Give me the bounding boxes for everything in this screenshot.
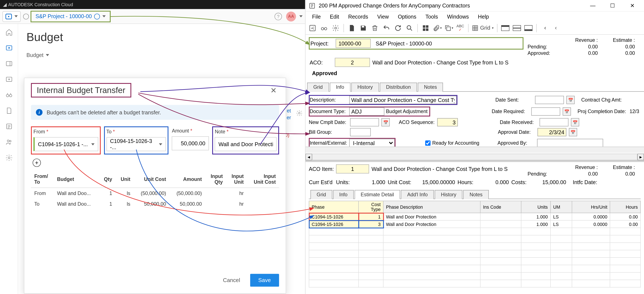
new-icon[interactable]	[347, 23, 356, 33]
grid-view-button[interactable]: Grid ▾	[472, 23, 494, 33]
tab-info[interactable]: Info	[330, 83, 350, 92]
tab-distribution[interactable]: Distribution	[380, 83, 417, 92]
chevron-down-icon[interactable]	[300, 15, 302, 18]
est-header[interactable]: Phase Description	[383, 201, 480, 213]
window-title: 200 PM Approved Change Orders for AnyCom…	[319, 3, 581, 9]
daterec-input[interactable]	[540, 118, 568, 127]
gear-icon[interactable]	[331, 23, 340, 33]
calendar-icon[interactable]: 📅	[571, 118, 579, 127]
members-icon[interactable]	[5, 138, 13, 146]
menu-file[interactable]: File	[308, 13, 325, 21]
app-switcher[interactable]	[2, 11, 21, 22]
menu-edit[interactable]: Edit	[326, 13, 343, 21]
trash-icon[interactable]	[370, 23, 380, 33]
scrollbar-horizontal[interactable]	[312, 154, 638, 160]
avatar[interactable]: AA	[286, 11, 296, 21]
copy-icon[interactable]: ▾	[444, 23, 453, 33]
datereq-input[interactable]	[532, 107, 560, 116]
calendar-icon[interactable]: 📅	[569, 128, 577, 136]
search-icon[interactable]	[405, 23, 414, 33]
budget-icon[interactable]	[5, 44, 13, 52]
menu-view[interactable]: View	[373, 13, 393, 21]
refresh-icon[interactable]	[394, 23, 402, 33]
tab-grid[interactable]: Grid	[310, 190, 332, 199]
close-icon[interactable]: ✕	[270, 86, 276, 95]
est-header[interactable]: UM	[550, 201, 572, 213]
scroll-right-button[interactable]: ►	[638, 154, 644, 160]
est-header[interactable]: Hrs/Unit	[572, 201, 610, 213]
tab-notes[interactable]: Notes	[464, 190, 489, 199]
grid-style-icon[interactable]	[421, 23, 430, 33]
est-row[interactable]: C1094-15-10263Wall and Door Protection1.…	[309, 220, 640, 228]
doc-icon[interactable]	[5, 106, 13, 115]
menu-options[interactable]: Options	[394, 13, 420, 21]
list-icon[interactable]	[5, 122, 13, 131]
spellcheck-icon[interactable]: ABC✓	[456, 23, 465, 33]
import-icon[interactable]	[5, 75, 13, 83]
tab-info[interactable]: Info	[333, 190, 354, 199]
calendar-icon[interactable]: 📅	[382, 118, 390, 127]
acoseq-input[interactable]	[437, 118, 458, 127]
close-button[interactable]: ✕	[624, 1, 640, 11]
est-row[interactable]: C1094-15-10261Wall and Door Protection1.…	[309, 213, 640, 220]
acoitem-box[interactable]: 1	[336, 164, 369, 173]
est-header[interactable]: Hours	[610, 201, 640, 213]
aco-num-box[interactable]: 2	[335, 58, 370, 67]
attachment-icon[interactable]: ▾	[433, 23, 442, 33]
project-selector[interactable]: S&P Project - 10000-00	[30, 11, 111, 22]
project-num-box[interactable]: 10000-00	[336, 39, 371, 48]
splitter[interactable]	[306, 160, 644, 162]
approvedby-input[interactable]	[537, 139, 603, 147]
settings-icon[interactable]	[5, 154, 13, 162]
calendar-icon[interactable]: 📅	[563, 107, 571, 116]
panel2-icon[interactable]	[512, 23, 522, 33]
help-icon[interactable]: ?	[274, 13, 282, 20]
est-header[interactable]: Phase	[309, 201, 358, 213]
binoculars-icon[interactable]	[320, 23, 328, 33]
undo-icon[interactable]	[382, 23, 391, 33]
back-icon[interactable]: ‹	[552, 23, 560, 33]
billgroup-input[interactable]	[350, 128, 371, 136]
calendar-icon[interactable]: 📅	[566, 96, 575, 104]
panel1-icon[interactable]	[500, 23, 510, 33]
to-select[interactable]: C1094-15-1026-3 -...	[106, 137, 166, 151]
home-icon[interactable]	[5, 28, 13, 37]
save-button[interactable]: Save	[250, 274, 279, 287]
ready-checkbox[interactable]: Ready for Accounting	[425, 140, 479, 146]
tab-grid[interactable]: Grid	[307, 83, 329, 92]
approvaldate-input[interactable]	[538, 128, 566, 136]
est-header[interactable]: Ins Code	[480, 201, 521, 213]
tab-estimatedetail[interactable]: Estimate Detail	[354, 190, 400, 199]
doctype-input[interactable]	[349, 107, 384, 116]
amount-input[interactable]	[172, 136, 209, 150]
note-input[interactable]	[215, 137, 276, 151]
tab-notes[interactable]: Notes	[418, 83, 443, 92]
binoculars-icon[interactable]	[5, 91, 13, 99]
menu-help[interactable]: Help	[474, 13, 493, 21]
est-header[interactable]: Cost Type	[358, 201, 383, 213]
tab-history[interactable]: History	[435, 190, 462, 199]
collapse-icon[interactable]: ‹‹	[540, 23, 549, 33]
tab-history[interactable]: History	[351, 83, 379, 92]
datesent-input[interactable]	[535, 96, 564, 104]
intext-select[interactable]: I-Internal	[349, 139, 395, 147]
cancel-button[interactable]: Cancel	[217, 274, 246, 287]
est-header[interactable]: Units	[522, 201, 550, 213]
sub-nav[interactable]: Budget	[26, 52, 297, 58]
gear-icon[interactable]	[296, 110, 302, 118]
scroll-left-button[interactable]: ◄	[306, 154, 312, 160]
panel3-icon[interactable]	[524, 23, 533, 33]
module-icon[interactable]	[5, 60, 13, 68]
save-icon[interactable]	[359, 23, 368, 33]
newcmplt-input[interactable]	[350, 118, 379, 127]
add-row-button[interactable]: +	[33, 159, 41, 167]
menu-windows[interactable]: Windows	[443, 13, 473, 21]
edit-icon[interactable]	[308, 23, 317, 33]
desc-input[interactable]	[349, 96, 456, 104]
tab-addlinfo[interactable]: Add'l Info	[401, 190, 434, 199]
from-select[interactable]: C1094-15-1026-1 -...	[34, 137, 98, 151]
menu-records[interactable]: Records	[344, 13, 372, 21]
maximize-button[interactable]: ☐	[604, 1, 621, 11]
menu-tools[interactable]: Tools	[421, 13, 442, 21]
minimize-button[interactable]: —	[584, 1, 601, 11]
